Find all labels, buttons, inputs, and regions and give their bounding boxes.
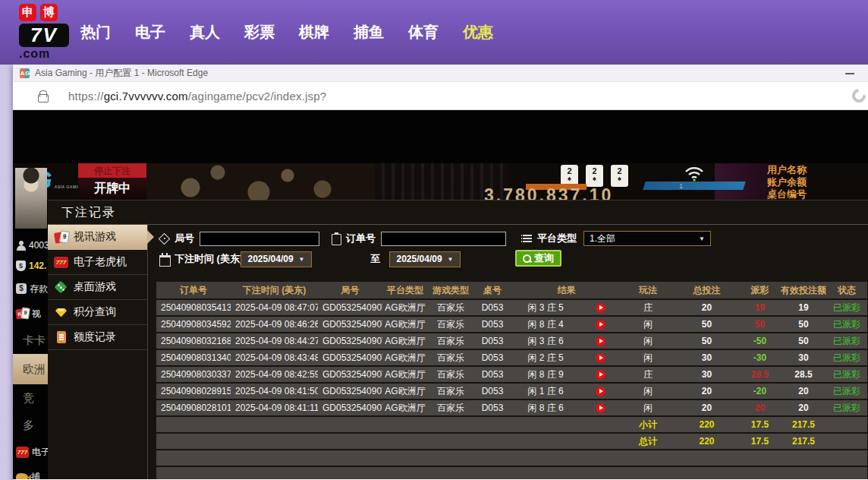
tag-icon bbox=[159, 232, 171, 245]
coin-icon: $ bbox=[16, 283, 27, 294]
bet-time-label: 下注时间 (美东) bbox=[175, 252, 243, 266]
strip-tab-sports[interactable]: 竞 bbox=[13, 384, 48, 412]
sidebar-item-slots[interactable]: 电子老虎机 bbox=[48, 250, 147, 275]
status-dealing: 开牌中 bbox=[78, 178, 146, 200]
person-icon bbox=[16, 241, 26, 251]
table-row: 250409080313403 2025-04-09 08:43:48 GD05… bbox=[156, 350, 867, 365]
document-icon bbox=[54, 331, 68, 344]
username-label: 用户名称 bbox=[767, 164, 807, 176]
sidebar-item-points[interactable]: 积分查询 bbox=[48, 300, 147, 325]
search-button[interactable]: 查询 bbox=[515, 250, 561, 267]
casino-wallpaper bbox=[143, 163, 375, 200]
sidebar-item-quota[interactable]: 额度记录 bbox=[48, 325, 147, 350]
logo-badge-bo: 博 bbox=[40, 4, 58, 21]
cards-icon bbox=[16, 308, 29, 320]
nav-item-boardgames[interactable]: 棋牌 bbox=[299, 22, 329, 43]
account-info-labels: 用户名称 账户余额 桌台编号 bbox=[767, 164, 807, 200]
date-to-select[interactable]: 2025/04/09 ▼ bbox=[389, 251, 461, 267]
strip-tab-fishing[interactable]: 捕 bbox=[13, 465, 48, 479]
fish-icon bbox=[16, 473, 28, 480]
url-text[interactable]: https://gci.7vvvvvv.com/agingame/pcv2/in… bbox=[68, 90, 326, 103]
strip-tab-video[interactable]: 视 bbox=[13, 301, 48, 327]
to-label: 至 bbox=[370, 252, 380, 266]
table-row: 250409080345929 2025-04-09 08:46:26 GD05… bbox=[156, 317, 867, 332]
replay-button[interactable] bbox=[596, 387, 605, 396]
table-number-label: 桌台编号 bbox=[767, 188, 807, 200]
playing-card: 2♠ bbox=[586, 165, 603, 187]
window-title: Asia Gaming - 用户配置 1 - Microsoft Edge bbox=[35, 67, 208, 80]
calendar-icon bbox=[159, 253, 171, 265]
chevron-down-icon: ▼ bbox=[299, 256, 305, 263]
avatar bbox=[15, 168, 47, 229]
platform-type-select[interactable]: 1.全部 ▼ bbox=[583, 231, 711, 246]
chevron-down-icon: ▼ bbox=[699, 235, 705, 242]
round-label: 局号 bbox=[175, 232, 194, 245]
table-header-row: 订单号 下注时间 (美东) 局号 平台类型 游戏类型 桌号 结果 玩法 总投注 … bbox=[156, 282, 867, 298]
table-row: 250409080289154 2025-04-09 08:41:50 GD05… bbox=[156, 384, 867, 399]
replay-button[interactable] bbox=[596, 320, 605, 330]
url-bar[interactable]: https://gci.7vvvvvv.com/agingame/pcv2/in… bbox=[13, 82, 868, 110]
table-row: 250409080321689 2025-04-09 08:44:27 GD05… bbox=[156, 333, 867, 349]
money-bag-icon: $ bbox=[16, 261, 26, 271]
subtotal-row: 小计 220 17.5 217.5 bbox=[156, 417, 867, 432]
slot-777-icon: 777 bbox=[16, 447, 29, 458]
sidebar-item-live-games[interactable]: 视讯游戏 bbox=[48, 225, 147, 250]
refresh-spinner-icon[interactable] bbox=[849, 86, 868, 105]
round-number-input[interactable] bbox=[200, 232, 319, 246]
playing-card: 2♠ bbox=[611, 165, 628, 187]
nav-item-lottery[interactable]: 彩票 bbox=[244, 22, 275, 43]
slot-777-icon bbox=[54, 256, 68, 269]
platform-type-label: 平台类型 bbox=[537, 232, 577, 245]
balance-label: 账户余额 bbox=[767, 176, 807, 188]
site-logo[interactable]: 申 博 7V .com bbox=[19, 4, 69, 61]
replay-button[interactable] bbox=[596, 303, 605, 313]
gem-icon bbox=[54, 306, 68, 319]
site-nav: 热门 电子 真人 彩票 棋牌 捕鱼 体育 优惠 bbox=[80, 0, 493, 65]
minimize-icon[interactable] bbox=[845, 73, 854, 74]
replay-button[interactable] bbox=[596, 370, 605, 380]
date-from-select[interactable]: 2025/04/09 ▼ bbox=[241, 251, 312, 267]
screen: { "site_header": { "logo": { "badge1": "… bbox=[0, 0, 868, 480]
replay-button[interactable] bbox=[596, 353, 605, 363]
order-number-input[interactable] bbox=[381, 232, 506, 246]
casino-scene-band: AGASIA GAMING 停止下注 开牌中 2♠ 2♠ 2♠ 3,780,83… bbox=[13, 163, 868, 200]
dialog-main: 局号 订单号 平台类型 1.全部 ▼ bbox=[148, 225, 868, 479]
bet-table-rows: 250409080354136 2025-04-09 08:47:07 GD05… bbox=[156, 300, 867, 415]
nav-item-hot[interactable]: 热门 bbox=[80, 22, 111, 43]
table-row: 250409080354136 2025-04-09 08:47:07 GD05… bbox=[156, 300, 867, 315]
player-bar bbox=[643, 182, 746, 190]
balance-row: $ 142. bbox=[13, 255, 48, 276]
nav-item-sports[interactable]: 体育 bbox=[408, 22, 439, 43]
strip-tab-slots[interactable]: 777 电子 bbox=[13, 439, 48, 465]
nav-item-promo[interactable]: 优惠 bbox=[463, 22, 493, 43]
empty-block bbox=[156, 467, 867, 479]
sidebar-item-table-games[interactable]: 桌面游戏 bbox=[48, 275, 147, 300]
wifi-icon bbox=[684, 165, 705, 182]
logo-badge-shen: 申 bbox=[19, 4, 36, 21]
window-title-bar[interactable]: AG Asia Gaming - 用户配置 1 - Microsoft Edge bbox=[13, 65, 868, 82]
strip-tab-card[interactable]: 卡卡 bbox=[13, 327, 48, 354]
lock-icon[interactable] bbox=[38, 90, 48, 102]
table-row: 250409080303379 2025-04-09 08:42:59 GD05… bbox=[156, 367, 867, 382]
deposit-button[interactable]: $ 存款 bbox=[13, 276, 48, 301]
nav-item-live[interactable]: 真人 bbox=[190, 22, 220, 43]
cards-icon bbox=[54, 231, 68, 244]
replay-button[interactable] bbox=[596, 336, 605, 346]
total-row: 总计 220 17.5 217.5 bbox=[156, 434, 867, 449]
strip-tab-multi[interactable]: 多 bbox=[13, 412, 48, 439]
round-status-box: 停止下注 开牌中 bbox=[78, 163, 146, 200]
ag-favicon: AG bbox=[20, 68, 30, 78]
strip-tab-europe[interactable]: 欧洲 bbox=[13, 354, 48, 384]
chevron-down-icon: ▼ bbox=[448, 256, 454, 263]
edge-window: AG Asia Gaming - 用户配置 1 - Microsoft Edge… bbox=[13, 65, 868, 480]
status-stop-betting: 停止下注 bbox=[78, 163, 146, 178]
nav-item-slots[interactable]: 电子 bbox=[135, 22, 165, 43]
dice-icon bbox=[54, 281, 68, 294]
replay-button[interactable] bbox=[596, 403, 605, 413]
bet-records-dialog: 下注记录 视讯游戏 电子老虎机 桌面游戏 bbox=[48, 200, 868, 479]
nav-item-fishing[interactable]: 捕鱼 bbox=[354, 22, 384, 43]
logo-7v: 7V bbox=[19, 24, 69, 47]
magnifier-icon bbox=[523, 254, 531, 263]
signal-number: 1 bbox=[679, 182, 683, 190]
user-id-row: 4003 bbox=[13, 235, 48, 255]
